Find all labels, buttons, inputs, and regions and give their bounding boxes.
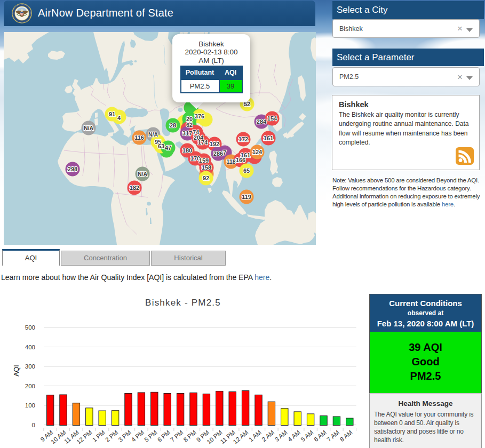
svg-text:3 AM: 3 AM <box>274 429 289 443</box>
svg-text:376: 376 <box>195 113 204 119</box>
svg-text:63: 63 <box>158 143 164 149</box>
svg-text:N/A: N/A <box>138 171 148 177</box>
svg-text:62: 62 <box>186 122 193 128</box>
svg-text:AQI: AQI <box>13 365 20 377</box>
svg-text:317: 317 <box>182 130 192 137</box>
svg-text:7 AM: 7 AM <box>325 429 340 443</box>
svg-text:7: 7 <box>223 149 226 156</box>
svg-text:159: 159 <box>199 157 209 164</box>
svg-text:116: 116 <box>134 134 144 141</box>
svg-text:91: 91 <box>109 111 115 117</box>
svg-text:161: 161 <box>241 152 250 158</box>
svg-text:N/A: N/A <box>148 131 158 138</box>
svg-text:400: 400 <box>25 344 35 350</box>
svg-text:300: 300 <box>25 363 35 370</box>
svg-text:N/A: N/A <box>84 125 94 131</box>
svg-text:1 PM: 1 PM <box>91 429 106 443</box>
svg-text:5 PM: 5 PM <box>143 429 158 443</box>
svg-text:4 AM: 4 AM <box>287 429 301 443</box>
svg-text:161: 161 <box>264 135 273 141</box>
svg-text:2 PM: 2 PM <box>104 429 119 443</box>
svg-text:6 PM: 6 PM <box>156 429 171 443</box>
svg-text:4: 4 <box>117 115 121 121</box>
svg-text:2 AM: 2 AM <box>260 429 275 443</box>
svg-text:6 AM: 6 AM <box>313 429 328 443</box>
svg-text:12 AM: 12 AM <box>232 429 250 445</box>
svg-text:172: 172 <box>238 136 248 142</box>
svg-text:154: 154 <box>267 115 277 122</box>
svg-text:192: 192 <box>210 141 219 147</box>
svg-text:28: 28 <box>170 122 176 129</box>
svg-text:124: 124 <box>252 149 263 155</box>
svg-text:286: 286 <box>213 150 223 157</box>
svg-text:298: 298 <box>68 166 77 172</box>
svg-text:3 PM: 3 PM <box>117 429 132 443</box>
svg-text:65: 65 <box>243 167 250 174</box>
svg-text:10 AM: 10 AM <box>50 429 67 445</box>
svg-text:180: 180 <box>182 147 192 154</box>
svg-text:12 PM: 12 PM <box>75 429 93 445</box>
svg-text:7 PM: 7 PM <box>169 429 184 443</box>
svg-text:47: 47 <box>165 145 171 151</box>
svg-text:500: 500 <box>25 324 35 331</box>
svg-text:8 PM: 8 PM <box>182 429 197 443</box>
svg-text:1 AM: 1 AM <box>248 429 263 443</box>
svg-text:4 PM: 4 PM <box>130 429 145 443</box>
svg-text:5 AM: 5 AM <box>300 429 315 443</box>
svg-text:119: 119 <box>242 194 251 200</box>
svg-text:182: 182 <box>130 185 139 191</box>
svg-text:174: 174 <box>198 139 208 146</box>
svg-text:200: 200 <box>25 383 35 389</box>
svg-text:284: 284 <box>257 118 267 125</box>
svg-text:92: 92 <box>203 175 209 181</box>
svg-text:Bishkek - PM2.5: Bishkek - PM2.5 <box>145 298 221 308</box>
svg-text:100: 100 <box>25 402 35 409</box>
svg-text:118: 118 <box>226 158 236 165</box>
svg-text:158: 158 <box>202 164 211 171</box>
svg-text:8 AM: 8 AM <box>339 429 354 443</box>
svg-text:0: 0 <box>32 422 35 428</box>
